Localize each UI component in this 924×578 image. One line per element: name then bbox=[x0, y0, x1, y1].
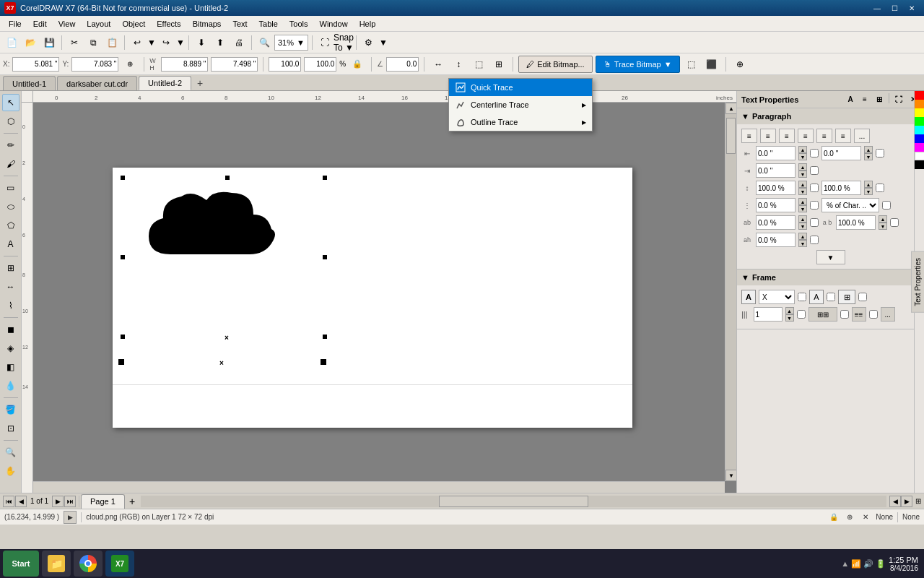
crop-button[interactable]: ⊞ bbox=[490, 56, 507, 73]
save-button[interactable]: 💾 bbox=[40, 34, 58, 51]
align-left-button[interactable]: ≡ bbox=[741, 129, 757, 143]
zoom-fit-button[interactable]: ⊞ bbox=[912, 496, 924, 507]
scroll-left-button[interactable]: ◀ bbox=[889, 496, 901, 507]
blend-tool[interactable]: ◈ bbox=[2, 340, 19, 357]
color-orange[interactable] bbox=[915, 100, 924, 108]
outline-trace-menu-item[interactable]: Outline Trace ▶ bbox=[449, 113, 592, 131]
scroll-up-button[interactable]: ▲ bbox=[725, 103, 736, 114]
scroll-thumb-v[interactable] bbox=[726, 118, 736, 154]
para-before-down[interactable]: ▼ bbox=[798, 205, 807, 212]
char-spacing-down[interactable]: ▼ bbox=[798, 223, 807, 230]
options-button[interactable]: ⚙ bbox=[360, 34, 378, 51]
word-spacing-up[interactable]: ▲ bbox=[879, 215, 887, 223]
frame-link-check[interactable] bbox=[827, 293, 835, 301]
height-input[interactable] bbox=[211, 57, 258, 72]
edit-bitmap-button[interactable]: 🖊 Edit Bitmap... bbox=[518, 56, 592, 73]
redo-button[interactable]: ↪ bbox=[157, 34, 175, 51]
cut-button[interactable]: ✂ bbox=[66, 34, 83, 51]
spacing-unit-select[interactable]: % of Char. ... bbox=[821, 198, 879, 212]
maximize-button[interactable]: ☐ bbox=[886, 2, 902, 14]
color-eyedropper-tool[interactable]: 💧 bbox=[2, 377, 19, 394]
next-page-button[interactable]: ▶ bbox=[52, 496, 64, 507]
frame-text-btn1[interactable]: ⊞⊞ bbox=[808, 307, 837, 322]
zoom-dropdown[interactable]: 31% ▼ bbox=[274, 35, 308, 51]
start-button[interactable]: Start bbox=[3, 551, 39, 577]
tab-untitled1[interactable]: Untitled-1 bbox=[3, 76, 56, 90]
panel-align-button[interactable]: ≡ bbox=[858, 93, 871, 106]
lock-aspect-button[interactable]: 🔒 bbox=[349, 56, 366, 73]
color-yellow[interactable] bbox=[915, 108, 924, 117]
volume-icon[interactable]: 🔊 bbox=[863, 559, 873, 569]
undo-button[interactable]: ↩ bbox=[128, 34, 146, 51]
line-spacing2-check[interactable] bbox=[876, 184, 884, 192]
prev-page-button[interactable]: ◀ bbox=[15, 496, 27, 507]
coords-mode-button[interactable]: ▶ bbox=[64, 511, 77, 524]
full-screen-button[interactable]: ⛶ bbox=[316, 34, 334, 51]
centerline-trace-menu-item[interactable]: Centerline Trace ▶ bbox=[449, 96, 592, 113]
indent-left-down[interactable]: ▼ bbox=[798, 153, 807, 160]
redo-dropdown[interactable]: ▼ bbox=[176, 34, 185, 51]
align-more-button[interactable]: ... bbox=[854, 129, 870, 143]
ellipse-tool[interactable]: ⬭ bbox=[2, 198, 19, 215]
more-options-button[interactable]: ▼ bbox=[816, 250, 845, 264]
y-coord-input[interactable] bbox=[71, 57, 118, 72]
align-right-button[interactable]: ≡ bbox=[779, 129, 795, 143]
line-spacing2-input[interactable] bbox=[821, 181, 861, 195]
taskbar-file-explorer[interactable]: 📁 bbox=[42, 551, 71, 577]
status-lock-icon[interactable]: 🔒 bbox=[828, 512, 840, 523]
first-indent-down[interactable]: ▼ bbox=[798, 171, 807, 178]
indent-right-input[interactable] bbox=[821, 146, 861, 160]
line-spacing-check[interactable] bbox=[810, 184, 819, 192]
lang-spacing-check[interactable] bbox=[810, 236, 819, 244]
handle-ext-bl[interactable] bbox=[118, 359, 124, 365]
frame-cols-down[interactable]: ▼ bbox=[785, 314, 794, 322]
battery-icon[interactable]: 🔋 bbox=[876, 559, 886, 569]
transparency-tool[interactable]: ◧ bbox=[2, 358, 19, 376]
undo-dropdown[interactable]: ▼ bbox=[147, 34, 156, 51]
artistic-media-tool[interactable]: 🖌 bbox=[2, 155, 19, 173]
char-spacing-check[interactable] bbox=[810, 218, 819, 227]
line-spacing-up[interactable]: ▲ bbox=[798, 181, 807, 188]
indent-left-input[interactable] bbox=[756, 146, 796, 160]
frame-text-btn2[interactable]: ≡≡ bbox=[852, 307, 866, 322]
drop-shadow-tool[interactable]: ◼ bbox=[2, 321, 19, 338]
new-button[interactable]: 📄 bbox=[3, 34, 20, 51]
text-properties-vtab[interactable]: Text Properties bbox=[911, 251, 924, 313]
quick-trace-menu-item[interactable]: Quick Trace bbox=[449, 79, 592, 96]
flip-h-button[interactable]: ↔ bbox=[430, 56, 447, 73]
h-scroll-thumb[interactable] bbox=[439, 496, 588, 507]
handle-tc[interactable] bbox=[225, 175, 230, 181]
handle-tr[interactable] bbox=[322, 175, 328, 181]
dimension-tool[interactable]: ↔ bbox=[2, 278, 19, 296]
page1-tab[interactable]: Page 1 bbox=[81, 494, 125, 509]
handle-bc[interactable]: × bbox=[225, 334, 229, 342]
paragraph-header[interactable]: ▼ Paragraph bbox=[737, 108, 924, 124]
indent-right-check[interactable] bbox=[876, 149, 884, 158]
align-force-button[interactable]: ≡ bbox=[816, 129, 832, 143]
add-tab-button[interactable]: + bbox=[193, 76, 207, 90]
frame-columns-check[interactable] bbox=[858, 293, 867, 301]
word-spacing-input[interactable] bbox=[836, 215, 876, 230]
scale-w-input[interactable] bbox=[269, 57, 301, 72]
polygon-tool[interactable]: ⬠ bbox=[2, 217, 19, 234]
add-page-button[interactable]: + bbox=[126, 496, 138, 507]
menu-tools[interactable]: Tools bbox=[284, 18, 314, 30]
line-spacing2-up[interactable]: ▲ bbox=[864, 181, 873, 188]
char-spacing-up[interactable]: ▲ bbox=[798, 215, 807, 223]
panel-font-button[interactable]: A bbox=[844, 93, 857, 106]
line-spacing-input[interactable] bbox=[756, 181, 796, 195]
word-spacing-check[interactable] bbox=[890, 218, 899, 227]
color-black[interactable] bbox=[915, 160, 924, 169]
width-input[interactable] bbox=[161, 57, 208, 72]
open-button[interactable]: 📂 bbox=[22, 34, 39, 51]
lang-spacing-input[interactable] bbox=[756, 233, 796, 247]
line-spacing2-down[interactable]: ▼ bbox=[864, 188, 873, 195]
color-magenta[interactable] bbox=[915, 143, 924, 152]
align-none-button[interactable]: ≡ bbox=[835, 129, 851, 143]
char-spacing-input[interactable] bbox=[756, 215, 796, 230]
options-dropdown[interactable]: ▼ bbox=[379, 34, 388, 51]
h-scroll-track[interactable] bbox=[141, 496, 886, 507]
word-spacing-down[interactable]: ▼ bbox=[879, 223, 887, 230]
handle-ml[interactable] bbox=[120, 254, 126, 260]
frame-cols-input[interactable] bbox=[754, 307, 783, 322]
